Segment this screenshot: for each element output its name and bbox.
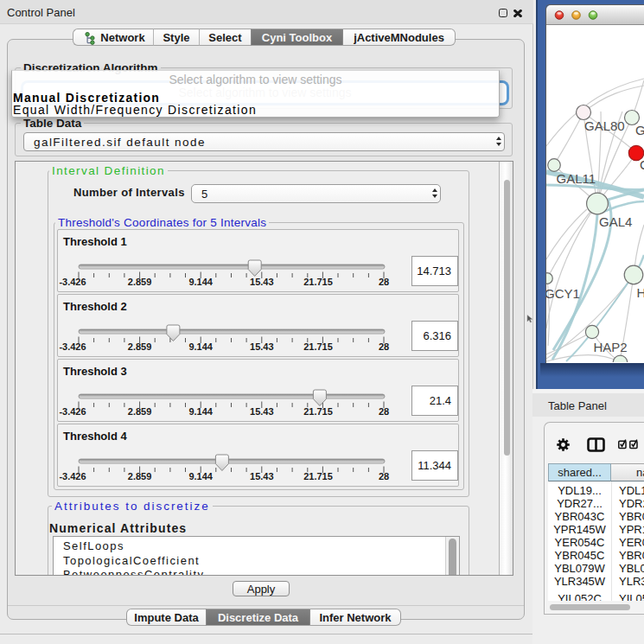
svg-text:-3.426: -3.426: [59, 277, 86, 287]
svg-text:9.144: 9.144: [188, 406, 213, 417]
svg-text:28: 28: [379, 406, 389, 417]
svg-text:15.43: 15.43: [250, 406, 274, 417]
svg-text:-3.426: -3.426: [59, 341, 86, 352]
svg-text:GA: GA: [635, 123, 644, 137]
svg-text:15.43: 15.43: [250, 471, 274, 481]
svg-text:GCY1: GCY1: [546, 286, 580, 301]
svg-text:9.144: 9.144: [188, 471, 213, 481]
svg-text:9.144: 9.144: [188, 341, 213, 352]
svg-text:H: H: [637, 285, 644, 300]
svg-text:21.715: 21.715: [303, 277, 333, 287]
svg-text:GAL4: GAL4: [599, 214, 632, 229]
svg-text:GAL80: GAL80: [584, 118, 625, 133]
svg-text:GAL11: GAL11: [557, 171, 596, 186]
svg-text:15.43: 15.43: [250, 341, 274, 352]
svg-text:15.43: 15.43: [250, 277, 274, 287]
svg-text:9.144: 9.144: [188, 277, 213, 287]
svg-text:28: 28: [379, 277, 389, 287]
svg-text:-3.426: -3.426: [59, 406, 86, 417]
svg-text:2.859: 2.859: [128, 406, 152, 417]
svg-text:2.859: 2.859: [128, 277, 152, 287]
svg-text:21.715: 21.715: [303, 406, 333, 417]
svg-text:21.715: 21.715: [303, 471, 333, 481]
svg-text:28: 28: [379, 341, 389, 352]
svg-text:-3.426: -3.426: [59, 471, 86, 481]
svg-text:28: 28: [379, 471, 389, 481]
svg-text:HAP2: HAP2: [594, 340, 628, 354]
svg-text:C: C: [640, 157, 644, 172]
svg-text:21.715: 21.715: [303, 341, 333, 352]
svg-text:2.859: 2.859: [128, 341, 152, 352]
svg-text:2.859: 2.859: [128, 471, 152, 481]
